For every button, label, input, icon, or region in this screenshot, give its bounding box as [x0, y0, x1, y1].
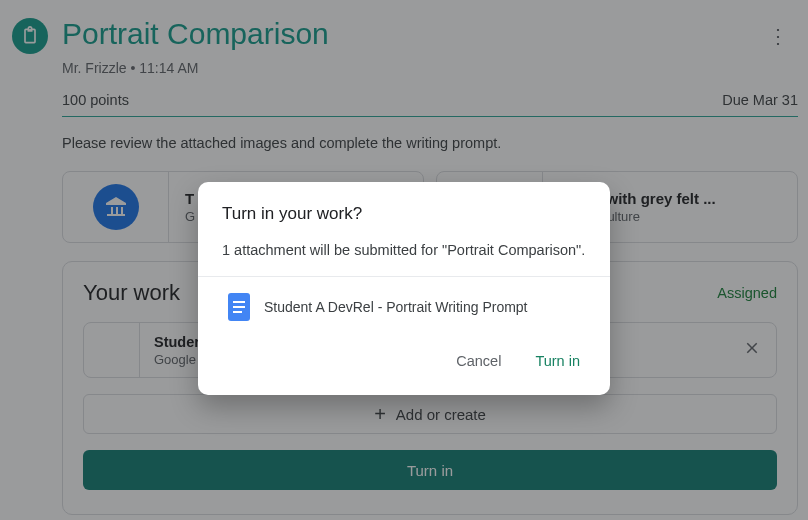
- dialog-attachment-name: Student A DevRel - Portrait Writing Prom…: [264, 299, 528, 315]
- cancel-button[interactable]: Cancel: [452, 347, 505, 375]
- dialog-body: 1 attachment will be submitted for "Port…: [222, 242, 586, 258]
- turn-in-dialog: Turn in your work? 1 attachment will be …: [198, 182, 610, 395]
- confirm-turn-in-button[interactable]: Turn in: [531, 347, 584, 375]
- dialog-attachment-row: Student A DevRel - Portrait Writing Prom…: [222, 277, 586, 329]
- dialog-title: Turn in your work?: [222, 204, 586, 224]
- google-docs-icon: [228, 293, 250, 321]
- dialog-actions: Cancel Turn in: [222, 329, 586, 381]
- modal-overlay[interactable]: Turn in your work? 1 attachment will be …: [0, 0, 808, 520]
